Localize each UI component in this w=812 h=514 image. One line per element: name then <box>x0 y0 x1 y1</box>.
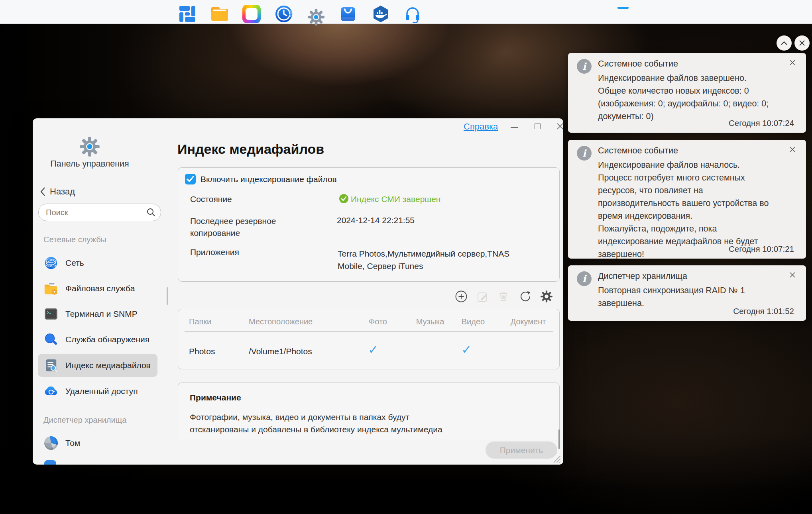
video-check-icon: ✓ <box>461 343 471 357</box>
headset-icon <box>403 5 422 23</box>
notification-title: Системное событие <box>598 59 678 69</box>
backup-clock-icon <box>275 5 293 23</box>
cell-location: /Volume1/Photos <box>249 347 312 356</box>
delete-button[interactable] <box>497 290 510 303</box>
col-header-document: Документ <box>511 317 546 326</box>
close-icon <box>799 40 805 46</box>
cell-folder: Photos <box>189 347 215 356</box>
last-backup-value: 2024-12-14 22:21:55 <box>337 216 415 225</box>
sidebar-item-media-index[interactable]: Индекс медиафайлов <box>38 354 157 377</box>
col-header-location: Местоположение <box>249 317 313 326</box>
magnifier-icon <box>44 332 58 347</box>
close-notification-icon[interactable] <box>788 145 796 153</box>
notification-card: i Диспетчер хранилища Повторная синхрони… <box>568 265 806 321</box>
col-header-music: Музыка <box>416 317 444 326</box>
taskbar <box>0 0 812 24</box>
back-label: Назад <box>50 186 75 197</box>
add-button[interactable] <box>454 290 468 303</box>
docker-icon <box>372 5 390 23</box>
page-title: Индекс медиафайлов <box>177 141 324 157</box>
enable-indexing-label: Включить индексирование файлов <box>201 175 337 184</box>
info-icon: i <box>577 271 592 286</box>
note-title: Примечание <box>190 393 241 402</box>
media-index-icon <box>44 358 58 373</box>
sidebar-item-label: Том <box>65 438 80 448</box>
volume-pie-icon <box>44 436 58 450</box>
sidebar-scrollbar[interactable] <box>167 287 168 305</box>
info-icon: i <box>577 59 592 74</box>
col-header-folders: Папки <box>189 317 211 326</box>
network-globe-icon <box>44 256 58 270</box>
sidebar-item-network[interactable]: Сеть <box>38 251 157 275</box>
taskbar-item-photos[interactable] <box>242 5 261 23</box>
section-network-services: Сетевые службы <box>43 235 106 244</box>
refresh-button[interactable] <box>519 290 532 303</box>
app-center-bag-icon <box>339 5 357 23</box>
notification-body: Индексирование файлов завершено. Общее к… <box>598 72 775 123</box>
back-button[interactable]: Назад <box>40 186 75 197</box>
taskbar-item-backup[interactable] <box>275 5 293 23</box>
notification-card: i Системное событие Индексирование файло… <box>568 140 806 259</box>
search-icon[interactable] <box>147 208 155 217</box>
applications-label: Приложения <box>190 247 239 257</box>
sidebar-item-terminal-snmp[interactable]: Терминал и SNMP <box>38 302 157 326</box>
close-notification-icon[interactable] <box>788 59 796 67</box>
photo-check-icon: ✓ <box>368 343 378 357</box>
control-panel-header-gear-icon <box>79 136 100 157</box>
taskbar-item-support[interactable] <box>403 5 422 23</box>
chevron-up-icon <box>781 41 788 45</box>
enable-indexing-checkbox[interactable] <box>185 174 196 184</box>
control-panel-gear-icon <box>307 8 325 26</box>
sidebar-item-label: Файловая служба <box>65 284 135 293</box>
search-input[interactable] <box>38 204 161 221</box>
taskbar-item-file-manager[interactable] <box>210 5 229 23</box>
app-title: Панель управления <box>38 159 142 169</box>
help-link[interactable]: Справка <box>464 122 498 132</box>
folders-table: Папки Местоположение Фото Музыка Видео Д… <box>178 309 560 369</box>
info-icon: i <box>577 146 592 161</box>
col-header-video: Видео <box>462 317 485 326</box>
status-label: Состояние <box>190 194 232 204</box>
resize-handle-icon[interactable] <box>551 453 561 463</box>
notification-title: Диспетчер хранилища <box>598 271 687 281</box>
close-notification-icon[interactable] <box>788 271 796 279</box>
edit-button[interactable] <box>476 290 490 303</box>
taskbar-item-app-center[interactable] <box>339 5 357 23</box>
maximize-button[interactable] <box>535 124 541 129</box>
taskbar-item-desktop[interactable] <box>178 5 197 23</box>
close-window-button[interactable] <box>556 122 563 130</box>
table-divider <box>185 332 553 332</box>
sidebar-item-label: Удаленный доступ <box>65 386 138 396</box>
control-panel-window: Справка Панель управления <box>33 118 563 465</box>
sidebar: Панель управления Назад Сетевые службы <box>33 118 169 465</box>
success-status-icon <box>339 194 348 203</box>
notification-title: Системное событие <box>598 146 678 156</box>
section-storage-manager: Диспетчер хранилища <box>43 416 126 425</box>
sidebar-item-discovery-service[interactable]: Служба обнаружения <box>38 328 157 351</box>
collapse-notifications-button[interactable] <box>777 35 792 51</box>
applications-value: Terra Photos,Мультимедийный сервер,TNAS … <box>338 247 515 272</box>
col-header-photo: Фото <box>369 317 387 326</box>
status-value: Индекс СМИ завершен <box>351 194 440 204</box>
note-scrollbar[interactable] <box>558 430 560 449</box>
minimize-button[interactable] <box>511 127 518 128</box>
sidebar-item-label: Сеть <box>65 258 84 268</box>
taskbar-item-docker[interactable] <box>372 5 390 23</box>
notification-time: Сегодня 10:07:24 <box>729 118 794 128</box>
sidebar-item-volume[interactable]: Том <box>38 432 157 455</box>
apply-button[interactable]: Применить <box>486 441 557 459</box>
settings-gear-button[interactable] <box>540 290 553 303</box>
notification-time: Сегодня 10:07:21 <box>729 244 794 254</box>
sidebar-item-label: Индекс медиафайлов <box>65 361 151 370</box>
desktop-tiles-icon <box>178 5 197 23</box>
sidebar-item-label: Служба обнаружения <box>65 335 149 344</box>
notification-card: i Системное событие Индексирование файло… <box>568 53 806 133</box>
search-box <box>38 204 161 221</box>
clipped-sidebar-icon <box>44 460 56 465</box>
close-all-notifications-button[interactable] <box>794 35 810 51</box>
sidebar-item-file-service[interactable]: Файловая служба <box>38 277 157 300</box>
taskbar-item-control-panel[interactable] <box>307 5 325 23</box>
chevron-left-icon <box>40 187 46 196</box>
sidebar-item-remote-access[interactable]: Удаленный доступ <box>38 380 157 403</box>
desktop: Справка Панель управления <box>0 0 812 514</box>
